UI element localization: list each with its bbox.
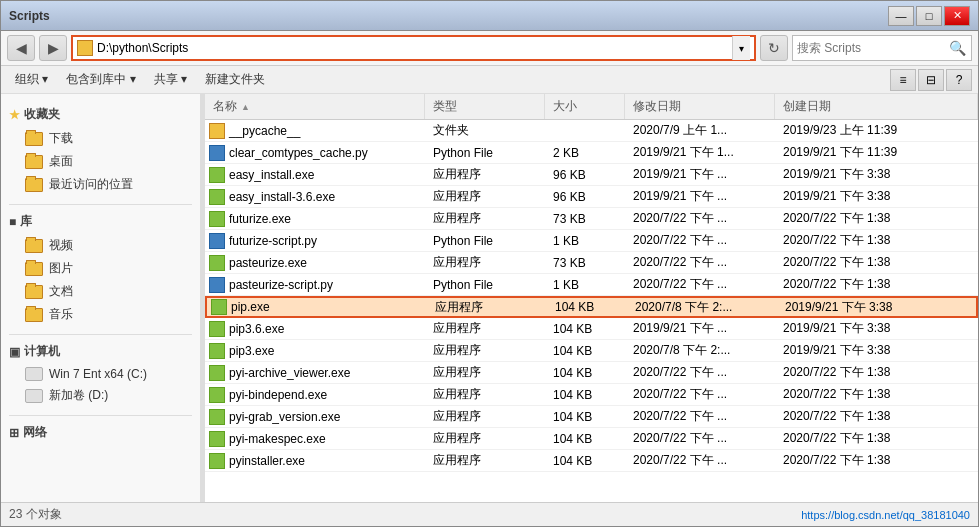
file-created-cell: 2019/9/21 下午 3:38 — [775, 164, 978, 185]
file-name: easy_install-3.6.exe — [229, 190, 335, 204]
menu-organize[interactable]: 组织 ▾ — [7, 68, 56, 91]
file-row[interactable]: pip.exe 应用程序 104 KB 2020/7/8 下午 2:... 20… — [205, 296, 978, 318]
file-row[interactable]: pyi-grab_version.exe 应用程序 104 KB 2020/7/… — [205, 406, 978, 428]
sidebar-section-library: ■ 库 视频 图片 文档 音乐 — [1, 209, 200, 326]
sidebar-item-documents[interactable]: 文档 — [1, 280, 200, 303]
file-created-cell: 2020/7/22 下午 1:38 — [775, 274, 978, 295]
col-header-size[interactable]: 大小 — [545, 94, 625, 119]
sidebar-item-video[interactable]: 视频 — [1, 234, 200, 257]
file-name: pyi-bindepend.exe — [229, 388, 327, 402]
view-button-details[interactable]: ⊟ — [918, 69, 944, 91]
file-name: pasteurize.exe — [229, 256, 307, 270]
file-row[interactable]: pyi-bindepend.exe 应用程序 104 KB 2020/7/22 … — [205, 384, 978, 406]
file-modified-cell: 2020/7/22 下午 ... — [625, 208, 775, 229]
folder-icon-music — [25, 308, 43, 322]
sidebar-item-download[interactable]: 下载 — [1, 127, 200, 150]
sidebar-item-desktop[interactable]: 桌面 — [1, 150, 200, 173]
file-created-cell: 2019/9/21 下午 3:38 — [775, 186, 978, 207]
file-row[interactable]: easy_install.exe 应用程序 96 KB 2019/9/21 下午… — [205, 164, 978, 186]
col-header-created[interactable]: 创建日期 — [775, 94, 978, 119]
divider-2 — [9, 334, 192, 335]
file-row[interactable]: pyi-makespec.exe 应用程序 104 KB 2020/7/22 下… — [205, 428, 978, 450]
title-bar-buttons: — □ ✕ — [888, 6, 970, 26]
file-row[interactable]: pyinstaller.exe 应用程序 104 KB 2020/7/22 下午… — [205, 450, 978, 472]
menu-new-folder[interactable]: 新建文件夹 — [197, 68, 273, 91]
status-link: https://blog.csdn.net/qq_38181040 — [801, 509, 970, 521]
file-size-cell: 1 KB — [545, 276, 625, 294]
view-button-list[interactable]: ≡ — [890, 69, 916, 91]
col-header-modified[interactable]: 修改日期 — [625, 94, 775, 119]
file-type-cell: 应用程序 — [425, 362, 545, 383]
file-created-cell: 2020/7/22 下午 1:38 — [775, 230, 978, 251]
forward-button[interactable]: ▶ — [39, 35, 67, 61]
search-button[interactable]: 🔍 — [947, 36, 967, 60]
file-list-header: 名称 ▲ 类型 大小 修改日期 创建日期 — [205, 94, 978, 120]
file-name: easy_install.exe — [229, 168, 314, 182]
menu-share[interactable]: 共享 ▾ — [146, 68, 195, 91]
address-folder-icon — [77, 40, 93, 56]
title-bar: Scripts — □ ✕ — [1, 1, 978, 31]
sidebar-item-drive-c[interactable]: Win 7 Ent x64 (C:) — [1, 364, 200, 384]
file-row[interactable]: pyi-archive_viewer.exe 应用程序 104 KB 2020/… — [205, 362, 978, 384]
help-button[interactable]: ? — [946, 69, 972, 91]
file-icon — [209, 365, 225, 381]
file-modified-cell: 2020/7/22 下午 ... — [625, 406, 775, 427]
window-title: Scripts — [9, 9, 50, 23]
sidebar-favorites-title[interactable]: ★ 收藏夹 — [1, 102, 200, 127]
sidebar-item-music[interactable]: 音乐 — [1, 303, 200, 326]
file-row[interactable]: futurize.exe 应用程序 73 KB 2020/7/22 下午 ...… — [205, 208, 978, 230]
file-name-cell: pasteurize-script.py — [205, 275, 425, 295]
sidebar-network-title[interactable]: ⊞ 网络 — [1, 420, 200, 445]
col-header-type[interactable]: 类型 — [425, 94, 545, 119]
sidebar-item-recent[interactable]: 最近访问的位置 — [1, 173, 200, 196]
file-icon — [209, 343, 225, 359]
sidebar-item-drive-d[interactable]: 新加卷 (D:) — [1, 384, 200, 407]
file-modified-cell: 2019/9/21 下午 ... — [625, 318, 775, 339]
file-row[interactable]: futurize-script.py Python File 1 KB 2020… — [205, 230, 978, 252]
file-modified-cell: 2020/7/22 下午 ... — [625, 362, 775, 383]
col-header-name[interactable]: 名称 ▲ — [205, 94, 425, 119]
close-button[interactable]: ✕ — [944, 6, 970, 26]
video-label: 视频 — [49, 237, 73, 254]
file-name: pip3.6.exe — [229, 322, 284, 336]
folder-icon-recent — [25, 178, 43, 192]
file-size-cell: 104 KB — [545, 320, 625, 338]
drive-c-label: Win 7 Ent x64 (C:) — [49, 367, 147, 381]
file-name-cell: easy_install.exe — [205, 165, 425, 185]
folder-icon-desktop — [25, 155, 43, 169]
file-row[interactable]: __pycache__ 文件夹 2020/7/9 上午 1... 2019/9/… — [205, 120, 978, 142]
sidebar-computer-title[interactable]: ▣ 计算机 — [1, 339, 200, 364]
drive-c-icon — [25, 367, 43, 381]
file-row[interactable]: easy_install-3.6.exe 应用程序 96 KB 2019/9/2… — [205, 186, 978, 208]
file-row[interactable]: pip3.exe 应用程序 104 KB 2020/7/8 下午 2:... 2… — [205, 340, 978, 362]
sidebar-item-pictures[interactable]: 图片 — [1, 257, 200, 280]
address-dropdown-button[interactable]: ▾ — [732, 36, 750, 60]
maximize-button[interactable]: □ — [916, 6, 942, 26]
file-row[interactable]: pasteurize.exe 应用程序 73 KB 2020/7/22 下午 .… — [205, 252, 978, 274]
file-name-cell: futurize-script.py — [205, 231, 425, 251]
file-row[interactable]: pasteurize-script.py Python File 1 KB 20… — [205, 274, 978, 296]
refresh-button[interactable]: ↻ — [760, 35, 788, 61]
recent-label: 最近访问的位置 — [49, 176, 133, 193]
search-input[interactable] — [797, 41, 947, 55]
folder-icon-download — [25, 132, 43, 146]
file-created-cell: 2020/7/22 下午 1:38 — [775, 362, 978, 383]
file-size-cell — [545, 129, 625, 133]
minimize-button[interactable]: — — [888, 6, 914, 26]
file-type-cell: 应用程序 — [425, 208, 545, 229]
file-row[interactable]: clear_comtypes_cache.py Python File 2 KB… — [205, 142, 978, 164]
sidebar: ★ 收藏夹 下载 桌面 最近访问的位置 — [1, 94, 201, 502]
back-button[interactable]: ◀ — [7, 35, 35, 61]
address-bar[interactable]: ▾ — [71, 35, 756, 61]
file-type-cell: 应用程序 — [427, 297, 547, 318]
file-row[interactable]: pip3.6.exe 应用程序 104 KB 2019/9/21 下午 ... … — [205, 318, 978, 340]
file-type-cell: 应用程序 — [425, 164, 545, 185]
file-modified-cell: 2020/7/22 下午 ... — [625, 252, 775, 273]
file-name: pyinstaller.exe — [229, 454, 305, 468]
file-icon — [209, 145, 225, 161]
menu-library[interactable]: 包含到库中 ▾ — [58, 68, 143, 91]
documents-label: 文档 — [49, 283, 73, 300]
sidebar-library-title[interactable]: ■ 库 — [1, 209, 200, 234]
file-name-cell: pyi-makespec.exe — [205, 429, 425, 449]
address-input[interactable] — [97, 41, 728, 55]
